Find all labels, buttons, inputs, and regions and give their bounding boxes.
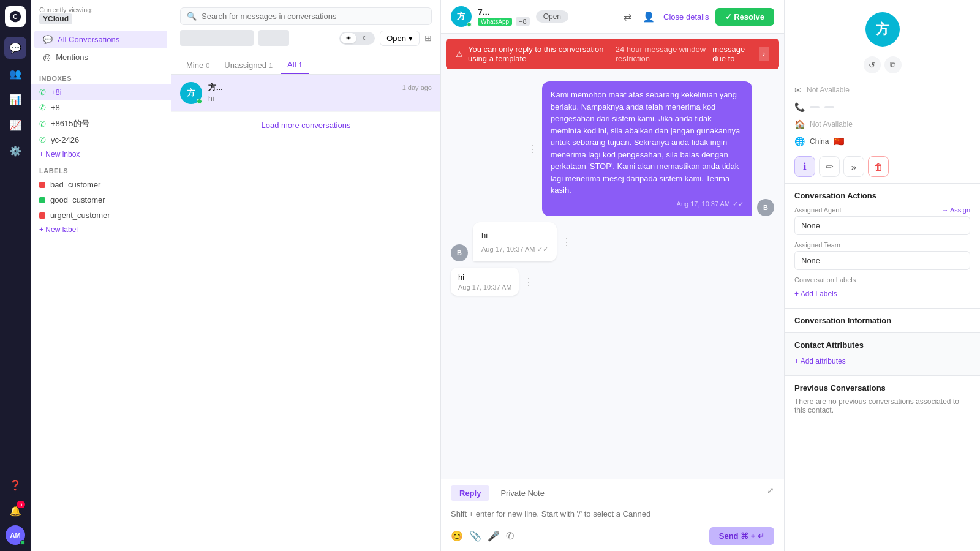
app-logo: C [5, 6, 26, 27]
tab-mine[interactable]: Mine 0 [180, 57, 216, 73]
bad-customer-dot [39, 182, 45, 188]
rp-action-icons: ℹ ✏ » 🗑 [785, 150, 980, 184]
warning-expand-icon[interactable]: › [759, 47, 769, 61]
msg-bubble-2: hi Aug 17, 10:37 AM ✓✓ [473, 222, 557, 261]
tab-private-note[interactable]: Private Note [492, 485, 553, 501]
rp-edit-btn[interactable]: ✏ [819, 156, 840, 177]
search-bar[interactable]: 🔍 [180, 7, 432, 25]
assigned-team-select[interactable]: None [794, 251, 970, 270]
msg-bubble-1: Kami memohon maaf atas sebarang kekeliru… [542, 81, 752, 216]
help-nav-icon[interactable]: ❓ [4, 474, 26, 496]
conv-filters: ☀ ☾ Open ▾ ⊞ [180, 30, 432, 46]
contact-online-dot [467, 22, 472, 27]
mentions-icon: @ [43, 53, 51, 62]
audio-icon[interactable]: 🎤 [488, 530, 500, 542]
rp-address-row: 🏠 Not Available [785, 116, 980, 133]
load-more-button[interactable]: Load more conversations [172, 112, 440, 138]
close-details-button[interactable]: Close details [663, 12, 709, 21]
warning-icon: ⚠ [456, 50, 463, 59]
sidebar-item-mentions[interactable]: @ Mentions [34, 48, 167, 66]
notifications-nav-icon[interactable]: 🔔 6 [4, 500, 26, 522]
filter-icon[interactable]: ⊞ [424, 33, 432, 43]
conversation-actions-section: Conversation Actions Assigned Agent → As… [785, 184, 980, 309]
conversations-header: 🔍 ☀ ☾ Open ▾ ⊞ [172, 0, 440, 51]
conversation-actions-title: Conversation Actions [794, 191, 970, 200]
filter-bar-2[interactable] [258, 30, 289, 46]
rp-info-btn[interactable]: ℹ [794, 156, 815, 177]
conversation-item-1[interactable]: 方 方... 1 day ago hi [172, 75, 440, 112]
attachment-icon[interactable]: 📎 [469, 530, 481, 542]
emoji-icon[interactable]: 😊 [451, 530, 463, 542]
msg-menu-1[interactable]: ⋮ [527, 143, 537, 155]
conversations-nav-icon[interactable]: 💬 [4, 37, 26, 59]
assigned-agent-select[interactable]: None [794, 216, 970, 235]
rp-delete-btn[interactable]: 🗑 [868, 156, 889, 177]
msg-meta-3: Aug 17, 10:37 AM [458, 283, 511, 291]
add-attributes-button[interactable]: + Add attributes [794, 354, 970, 368]
whatsapp-icon-1: ✆ [39, 88, 46, 97]
rp-phone-row: 📞 [785, 99, 980, 116]
transfer-icon[interactable]: ⇄ [621, 9, 634, 25]
tab-all[interactable]: All 1 [281, 56, 309, 74]
msg-meta-2: Aug 17, 10:37 AM ✓✓ [481, 244, 548, 255]
new-inbox-link[interactable]: + New inbox [31, 148, 171, 161]
contacts-list-icon[interactable]: 👤 [640, 9, 657, 25]
whatsapp-badge: WhatsApp [478, 18, 512, 26]
rp-refresh-icon[interactable]: ↺ [864, 56, 881, 73]
msg-avatar-1: B [757, 199, 774, 216]
read-icon-2: ✓✓ [537, 244, 548, 255]
country-flag: 🇨🇳 [834, 137, 844, 146]
no-previous-conversations: There are no previous conversations asso… [794, 397, 970, 414]
tab-reply[interactable]: Reply [451, 485, 489, 501]
reports-nav-icon[interactable]: 📊 [4, 88, 26, 110]
warning-link[interactable]: 24 hour message window restriction [616, 45, 708, 63]
rp-mini-actions: ↺ ⧉ [864, 56, 902, 73]
reports2-nav-icon[interactable]: 📈 [4, 114, 26, 136]
sidebar-item-all-conversations[interactable]: 💬 All Conversations [34, 31, 167, 48]
inbox-item-1[interactable]: ✆ +8i [31, 84, 171, 100]
user-avatar[interactable]: AM [6, 525, 25, 545]
msg-menu-2[interactable]: ⋮ [562, 236, 571, 248]
inbox-item-3[interactable]: ✆ +8615的号 [31, 115, 171, 132]
reply-input[interactable] [451, 506, 774, 522]
whatsapp-footer-icon[interactable]: ✆ [506, 530, 514, 542]
status-dropdown[interactable]: Open ▾ [380, 31, 420, 46]
search-input[interactable] [202, 12, 425, 21]
tab-unassigned[interactable]: Unassigned 1 [218, 57, 279, 73]
rp-copy-icon[interactable]: ⧉ [884, 56, 902, 73]
inboxes-heading: Inboxes [31, 69, 171, 84]
conversations-panel: 🔍 ☀ ☾ Open ▾ ⊞ Mine 0 Una [172, 0, 441, 551]
right-panel: 方 ↺ ⧉ ✉ Not Available 📞 🏠 Not Available … [784, 0, 980, 551]
search-icon: 🔍 [187, 12, 197, 21]
label-urgent-customer[interactable]: urgent_customer [31, 208, 171, 223]
rp-country-row: 🌐 China 🇨🇳 [785, 133, 980, 150]
toggle-grid[interactable]: ☾ [358, 33, 374, 43]
view-toggle[interactable]: ☀ ☾ [339, 32, 375, 45]
contacts-nav-icon[interactable]: 👥 [4, 62, 26, 84]
assign-link[interactable]: → Assign [942, 206, 970, 214]
send-button[interactable]: Send ⌘ + ↵ [709, 527, 774, 545]
expand-reply-icon[interactable]: ⤢ [767, 485, 774, 501]
message-row-1: ⋮ Kami memohon maaf atas sebarang kekeli… [451, 81, 774, 216]
conversation-info-title[interactable]: Conversation Information [794, 316, 970, 325]
label-good-customer[interactable]: good_customer [31, 192, 171, 208]
inbox-item-2[interactable]: ✆ +8 [31, 100, 171, 115]
reply-tabs: Reply Private Note ⤢ [451, 485, 774, 501]
inbox-item-4[interactable]: ✆ yc-2426 [31, 132, 171, 148]
notifications-badge: 6 [17, 501, 25, 508]
settings-nav-icon[interactable]: ⚙️ [4, 140, 26, 162]
filter-bar-1[interactable] [180, 30, 254, 46]
sidebar: Currently viewing: YCloud 💬 All Conversa… [31, 0, 172, 551]
msg-menu-3[interactable]: ⋮ [524, 276, 533, 288]
toggle-list[interactable]: ☀ [341, 33, 356, 43]
rp-more-btn[interactable]: » [843, 156, 864, 177]
label-bad-customer[interactable]: bad_customer [31, 177, 171, 192]
urgent-customer-dot [39, 212, 45, 219]
resolve-button[interactable]: ✓ Resolve [715, 8, 774, 26]
new-label-link[interactable]: + New label [31, 223, 171, 236]
previous-conversations-title: Previous Conversations [794, 383, 970, 392]
status-pill[interactable]: Open [536, 10, 568, 23]
chat-header: 方 7... WhatsApp +8 Open ⇄ 👤 Close detail… [441, 0, 784, 34]
contact-attributes-section: Contact Attributes + Add attributes [785, 333, 980, 376]
add-labels-button[interactable]: + Add Labels [794, 287, 970, 301]
